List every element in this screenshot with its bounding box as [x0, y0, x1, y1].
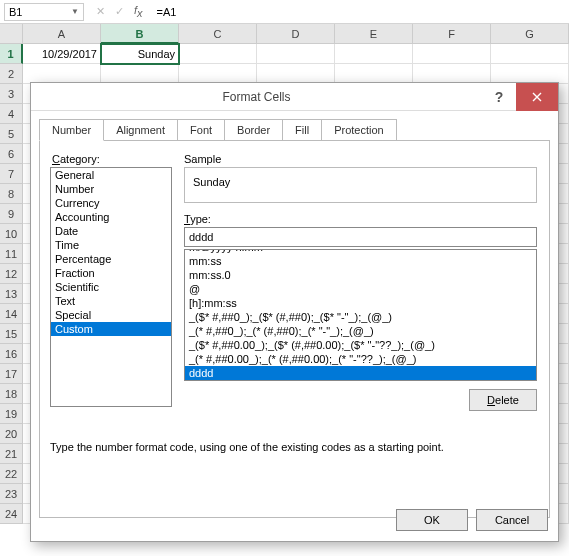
- format-code-item[interactable]: _(* #,##0_);_(* (#,##0);_(* "-"_);_(@_): [185, 324, 536, 338]
- row-header-5[interactable]: 5: [0, 124, 23, 144]
- formula-bar: B1 ▼ ✕ ✓ fx =A1: [0, 0, 569, 24]
- cell-G2[interactable]: [491, 64, 569, 84]
- select-all-corner[interactable]: [0, 24, 23, 44]
- row-header-19[interactable]: 19: [0, 404, 23, 424]
- dialog-title: Format Cells: [31, 90, 482, 104]
- row-header-15[interactable]: 15: [0, 324, 23, 344]
- row-header-12[interactable]: 12: [0, 264, 23, 284]
- row-header-21[interactable]: 21: [0, 444, 23, 464]
- category-item-date[interactable]: Date: [51, 224, 171, 238]
- tab-font[interactable]: Font: [177, 119, 225, 141]
- fx-icon[interactable]: fx: [134, 4, 143, 19]
- row-header-6[interactable]: 6: [0, 144, 23, 164]
- sample-label: Sample: [184, 153, 537, 165]
- row-header-16[interactable]: 16: [0, 344, 23, 364]
- cell-A2[interactable]: [23, 64, 101, 84]
- column-header-C[interactable]: C: [179, 24, 257, 44]
- cell-G1[interactable]: [491, 44, 569, 64]
- format-code-item[interactable]: _(* #,##0.00_);_(* (#,##0.00);_(* "-"??_…: [185, 352, 536, 366]
- row-header-8[interactable]: 8: [0, 184, 23, 204]
- sample-box: Sunday: [184, 167, 537, 203]
- type-input[interactable]: [184, 227, 537, 247]
- format-code-item[interactable]: [h]:mm:ss: [185, 296, 536, 310]
- row-header-22[interactable]: 22: [0, 464, 23, 484]
- cell-D2[interactable]: [257, 64, 335, 84]
- category-item-currency[interactable]: Currency: [51, 196, 171, 210]
- row-header-4[interactable]: 4: [0, 104, 23, 124]
- formula-input[interactable]: =A1: [151, 6, 569, 18]
- category-item-fraction[interactable]: Fraction: [51, 266, 171, 280]
- format-code-item[interactable]: mm:ss: [185, 254, 536, 268]
- column-header-D[interactable]: D: [257, 24, 335, 44]
- category-item-accounting[interactable]: Accounting: [51, 210, 171, 224]
- tab-alignment[interactable]: Alignment: [103, 119, 178, 141]
- tab-number[interactable]: Number: [39, 119, 104, 141]
- cell-C2[interactable]: [179, 64, 257, 84]
- dialog-tabs: NumberAlignmentFontBorderFillProtection: [39, 119, 550, 141]
- row-header-1[interactable]: 1: [0, 44, 23, 64]
- row-header-20[interactable]: 20: [0, 424, 23, 444]
- category-item-percentage[interactable]: Percentage: [51, 252, 171, 266]
- format-code-item[interactable]: mm:ss.0: [185, 268, 536, 282]
- format-detail-pane: Sample Sunday Type: h:mm:ssm/d/yyyy h:mm…: [184, 153, 537, 381]
- row-header-7[interactable]: 7: [0, 164, 23, 184]
- row-header-10[interactable]: 10: [0, 224, 23, 244]
- cell-E2[interactable]: [335, 64, 413, 84]
- number-tab-panel: Category: GeneralNumberCurrencyAccountin…: [39, 140, 550, 518]
- format-code-item[interactable]: _($* #,##0.00_);_($* (#,##0.00);_($* "-"…: [185, 338, 536, 352]
- column-header-G[interactable]: G: [491, 24, 569, 44]
- format-code-item[interactable]: @: [185, 282, 536, 296]
- tab-protection[interactable]: Protection: [321, 119, 397, 141]
- cell-F2[interactable]: [413, 64, 491, 84]
- type-label: Type:: [184, 213, 537, 225]
- row-header-3[interactable]: 3: [0, 84, 23, 104]
- column-header-F[interactable]: F: [413, 24, 491, 44]
- name-box[interactable]: B1 ▼: [4, 3, 84, 21]
- accept-formula-icon[interactable]: ✓: [115, 5, 124, 18]
- tab-fill[interactable]: Fill: [282, 119, 322, 141]
- cell-C1[interactable]: [179, 44, 257, 64]
- cancel-formula-icon[interactable]: ✕: [96, 5, 105, 18]
- name-box-dropdown-icon[interactable]: ▼: [71, 7, 79, 16]
- format-cells-dialog: Format Cells ? NumberAlignmentFontBorder…: [30, 82, 559, 542]
- category-listbox[interactable]: GeneralNumberCurrencyAccountingDateTimeP…: [50, 167, 172, 407]
- category-item-special[interactable]: Special: [51, 308, 171, 322]
- category-item-scientific[interactable]: Scientific: [51, 280, 171, 294]
- category-item-time[interactable]: Time: [51, 238, 171, 252]
- cell-B2[interactable]: [101, 64, 179, 84]
- delete-button[interactable]: Delete: [469, 389, 537, 411]
- close-button[interactable]: [516, 83, 558, 111]
- cell-E1[interactable]: [335, 44, 413, 64]
- format-code-listbox[interactable]: h:mm:ssm/d/yyyy h:mmmm:ssmm:ss.0@[h]:mm:…: [184, 249, 537, 381]
- row-header-17[interactable]: 17: [0, 364, 23, 384]
- format-code-item[interactable]: dddd: [185, 366, 536, 380]
- format-code-item[interactable]: _($* #,##0_);_($* (#,##0);_($* "-"_);_(@…: [185, 310, 536, 324]
- row-header-13[interactable]: 13: [0, 284, 23, 304]
- column-header-B[interactable]: B: [101, 24, 179, 44]
- sample-value: Sunday: [193, 176, 230, 188]
- cell-A1[interactable]: 10/29/2017: [23, 44, 101, 64]
- row-header-14[interactable]: 14: [0, 304, 23, 324]
- column-header-A[interactable]: A: [23, 24, 101, 44]
- cell-D1[interactable]: [257, 44, 335, 64]
- tab-border[interactable]: Border: [224, 119, 283, 141]
- help-button[interactable]: ?: [482, 89, 516, 105]
- ok-button[interactable]: OK: [396, 509, 468, 531]
- row-header-24[interactable]: 24: [0, 504, 23, 524]
- formula-bar-icons: ✕ ✓ fx: [88, 4, 151, 19]
- category-item-custom[interactable]: Custom: [51, 322, 171, 336]
- cell-B1[interactable]: Sunday: [101, 44, 179, 64]
- row-header-2[interactable]: 2: [0, 64, 23, 84]
- row-header-18[interactable]: 18: [0, 384, 23, 404]
- dialog-titlebar[interactable]: Format Cells ?: [31, 83, 558, 111]
- row-header-23[interactable]: 23: [0, 484, 23, 504]
- cell-F1[interactable]: [413, 44, 491, 64]
- row-header-11[interactable]: 11: [0, 244, 23, 264]
- category-item-number[interactable]: Number: [51, 182, 171, 196]
- column-header-E[interactable]: E: [335, 24, 413, 44]
- category-item-text[interactable]: Text: [51, 294, 171, 308]
- format-hint: Type the number format code, using one o…: [50, 441, 539, 453]
- category-item-general[interactable]: General: [51, 168, 171, 182]
- cancel-button[interactable]: Cancel: [476, 509, 548, 531]
- row-header-9[interactable]: 9: [0, 204, 23, 224]
